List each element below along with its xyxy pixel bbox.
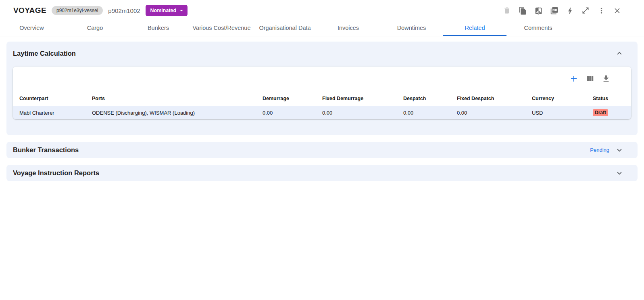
column-header-despatch[interactable]: Despatch [403, 96, 457, 101]
expand-icon[interactable] [581, 6, 590, 15]
tab-invoices[interactable]: Invoices [317, 21, 380, 36]
copy-icon[interactable] [518, 6, 527, 15]
tab-related[interactable]: Related [443, 21, 506, 36]
related-tab-content: Laytime Calculation Counterpart Ports De… [0, 36, 644, 181]
columns-icon[interactable] [585, 74, 595, 84]
collapse-chevron-up-icon[interactable] [615, 49, 624, 58]
header-bar: VOYAGE p902m1e3yl-vessel p902m1002 Nomin… [0, 0, 644, 21]
laytime-table-toolbar [13, 67, 631, 91]
laytime-table-card: Counterpart Ports Demurrage Fixed Demurr… [13, 67, 631, 119]
laytime-section-header: Laytime Calculation [13, 49, 631, 58]
section-bunker-transactions: Bunker Transactions Pending [6, 142, 638, 158]
cell-ports: ODENSE (Discharging), WISMAR (Loading) [92, 110, 263, 116]
bunker-pending-link[interactable]: Pending [590, 147, 609, 153]
column-header-fixed-demurrage[interactable]: Fixed Demurrage [322, 96, 403, 101]
tab-various-cost-revenue[interactable]: Various Cost/Revenue [190, 21, 253, 36]
tab-overview[interactable]: Overview [0, 21, 63, 36]
voyage-id: p902m1002 [108, 7, 140, 14]
tab-bar: Overview Cargo Bunkers Various Cost/Reve… [0, 21, 644, 36]
status-badge-draft: Draft [593, 109, 608, 116]
title-group: VOYAGE p902m1e3yl-vessel p902m1002 Nomin… [13, 5, 188, 16]
cell-demurrage: 0.00 [263, 110, 322, 116]
vessel-chip: p902m1e3yl-vessel [52, 6, 103, 15]
status-dropdown-label: Nominated [150, 8, 177, 13]
cell-status: Draft [593, 109, 631, 116]
cell-fixed-demurrage: 0.00 [322, 110, 403, 116]
expand-chevron-down-icon[interactable] [615, 146, 624, 155]
laytime-table-row[interactable]: Mabl Charterer ODENSE (Discharging), WIS… [13, 106, 631, 119]
download-icon[interactable] [601, 74, 611, 84]
laytime-section-title: Laytime Calculation [13, 50, 76, 57]
add-icon[interactable] [569, 74, 579, 84]
bunker-transactions-title: Bunker Transactions [13, 146, 79, 154]
column-header-demurrage[interactable]: Demurrage [263, 96, 322, 101]
close-icon[interactable] [613, 6, 621, 15]
voyage-window: VOYAGE p902m1e3yl-vessel p902m1002 Nomin… [0, 0, 644, 181]
expand-chevron-down-icon[interactable] [615, 169, 624, 178]
tab-organisational-data[interactable]: Organisational Data [253, 21, 317, 36]
tab-cargo[interactable]: Cargo [63, 21, 127, 36]
column-header-ports[interactable]: Ports [92, 96, 263, 101]
cell-fixed-despatch: 0.00 [457, 110, 532, 116]
header-actions [502, 6, 621, 15]
pdf-icon[interactable] [550, 6, 559, 15]
column-header-fixed-despatch[interactable]: Fixed Despatch [457, 96, 532, 101]
laytime-table-header: Counterpart Ports Demurrage Fixed Demurr… [13, 91, 631, 106]
voyage-instruction-reports-title: Voyage Instruction Reports [13, 169, 99, 177]
tab-comments[interactable]: Comments [506, 21, 570, 36]
dropdown-arrow-icon [178, 7, 185, 14]
page-title: VOYAGE [13, 6, 46, 15]
cell-currency: USD [532, 110, 593, 116]
column-header-counterpart[interactable]: Counterpart [13, 96, 92, 101]
compare-icon[interactable] [534, 6, 543, 15]
cell-counterpart: Mabl Charterer [13, 110, 92, 116]
section-voyage-instruction-reports: Voyage Instruction Reports [6, 165, 638, 181]
tab-bunkers[interactable]: Bunkers [127, 21, 190, 36]
status-dropdown[interactable]: Nominated [146, 5, 188, 16]
delete-icon [502, 6, 511, 15]
more-vert-icon[interactable] [597, 6, 606, 15]
cell-despatch: 0.00 [403, 110, 457, 116]
tab-downtimes[interactable]: Downtimes [380, 21, 443, 36]
column-header-status[interactable]: Status [593, 96, 631, 101]
bolt-icon[interactable] [565, 6, 574, 15]
section-laytime-calculation: Laytime Calculation Counterpart Ports De… [6, 42, 638, 135]
column-header-currency[interactable]: Currency [532, 96, 593, 101]
